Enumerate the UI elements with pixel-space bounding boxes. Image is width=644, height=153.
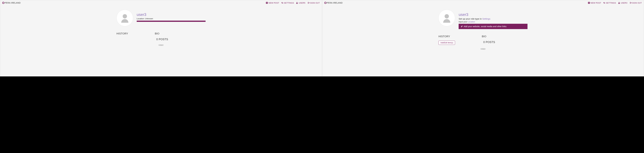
svg-point-3 (297, 2, 298, 3)
nav-right: NEW POST SETTINGS USER3 SIGN OUT (588, 2, 642, 4)
user-label: USER5 (298, 2, 305, 4)
logo-circle-icon (324, 2, 326, 4)
plus-square-icon (588, 2, 590, 4)
svg-rect-2 (266, 3, 268, 3)
posts-count: 0 POSTS (483, 41, 495, 44)
sign-out-link[interactable]: SIGN OUT (308, 2, 320, 4)
add-links-bar[interactable]: Add your website, social media and other… (458, 24, 528, 29)
role-settings-link[interactable]: Settings (482, 18, 490, 20)
settings-label: SETTINGS (606, 2, 616, 4)
nav-right: NEW POST SETTINGS USER5 SIGN OUT (266, 2, 320, 4)
posts-count: 0 POSTS (156, 38, 168, 41)
brand-logo[interactable]: PERA IRELAND (324, 2, 343, 4)
avatar (438, 10, 455, 26)
avatar (116, 10, 133, 26)
gear-icon (281, 2, 283, 4)
sign-out-link[interactable]: SIGN OUT (630, 2, 642, 4)
logo-circle-icon (2, 2, 4, 4)
sign-out-icon (308, 2, 310, 4)
panel-right: PERA IRELAND NEW POST SETTINGS USER3 SIG… (322, 0, 644, 76)
new-post-link[interactable]: NEW POST (588, 2, 601, 4)
svg-point-4 (122, 14, 127, 18)
add-links-label: Add your website, social media and other… (464, 25, 506, 28)
location-link[interactable]: Location (468, 21, 475, 23)
bio-title: BIO (482, 35, 495, 38)
profile-username: user3 (137, 12, 206, 17)
svg-point-8 (618, 2, 619, 3)
profile-content: user3 Location: Unknown HISTORY BIO 0 PO… (110, 6, 212, 49)
profile-header: user3 Set up your role-type in Settings … (438, 8, 528, 32)
gear-icon (603, 2, 605, 4)
bio-title: BIO (155, 32, 168, 35)
role-prefix: Set up your role-type in (458, 18, 482, 20)
profile-info: user3 Location: Unknown (137, 10, 206, 22)
user-icon (618, 2, 620, 4)
profile-content: user3 Set up your role-type in Settings … (432, 6, 534, 53)
role-setup-line: Set up your role-type in Settings (458, 18, 528, 20)
settings-label: SETTINGS (284, 2, 294, 4)
settings-link[interactable]: SETTINGS (281, 2, 294, 4)
svg-point-9 (445, 14, 449, 18)
history-section: HISTORY Add/Edit Item(s) (438, 35, 455, 45)
user-icon (296, 2, 298, 4)
location-prefix: Input your (458, 21, 468, 23)
navbar: PERA IRELAND NEW POST SETTINGS USER5 SIG… (0, 0, 322, 6)
new-post-label: NEW POST (268, 2, 279, 4)
profile-sections: HISTORY Add/Edit Item(s) BIO 0 POSTS (438, 32, 528, 45)
history-title: HISTORY (116, 32, 128, 35)
accent-bar (137, 21, 206, 22)
brand-text: PERA IRELAND (327, 2, 343, 4)
profile-location: Location: Unknown (137, 18, 206, 20)
plus-square-icon (266, 2, 268, 4)
user-link[interactable]: USER5 (296, 2, 305, 4)
user-label: USER3 (621, 2, 628, 4)
navbar: PERA IRELAND NEW POST SETTINGS USER3 SIG… (322, 0, 644, 6)
user-link[interactable]: USER3 (618, 2, 628, 4)
add-edit-items-button[interactable]: Add/Edit Item(s) (438, 41, 455, 45)
brand-text: PERA IRELAND (4, 2, 21, 4)
location-input-line: Input your Location (458, 21, 528, 23)
link-icon (461, 26, 463, 28)
bio-section: BIO 0 POSTS (155, 32, 168, 41)
bio-section: BIO 0 POSTS (482, 35, 495, 45)
settings-link[interactable]: SETTINGS (603, 2, 616, 4)
brand-logo[interactable]: PERA IRELAND (2, 2, 21, 4)
sign-out-icon (630, 2, 632, 4)
footer: ©2022 (116, 41, 206, 49)
history-title: HISTORY (438, 35, 455, 38)
profile-header: user3 Location: Unknown (116, 8, 206, 29)
sign-out-label: SIGN OUT (310, 2, 320, 4)
panel-left: PERA IRELAND NEW POST SETTINGS USER5 SIG… (0, 0, 322, 76)
history-section: HISTORY (116, 32, 128, 41)
new-post-link[interactable]: NEW POST (266, 2, 279, 4)
footer: ©2022 (438, 45, 528, 53)
new-post-label: NEW POST (590, 2, 601, 4)
sign-out-label: SIGN OUT (632, 2, 642, 4)
profile-info: user3 Set up your role-type in Settings … (458, 10, 528, 29)
avatar-placeholder-icon (119, 12, 131, 24)
profile-sections: HISTORY BIO 0 POSTS (116, 29, 206, 41)
avatar-placeholder-icon (441, 12, 453, 24)
svg-rect-7 (588, 3, 590, 3)
profile-username: user3 (458, 12, 528, 17)
